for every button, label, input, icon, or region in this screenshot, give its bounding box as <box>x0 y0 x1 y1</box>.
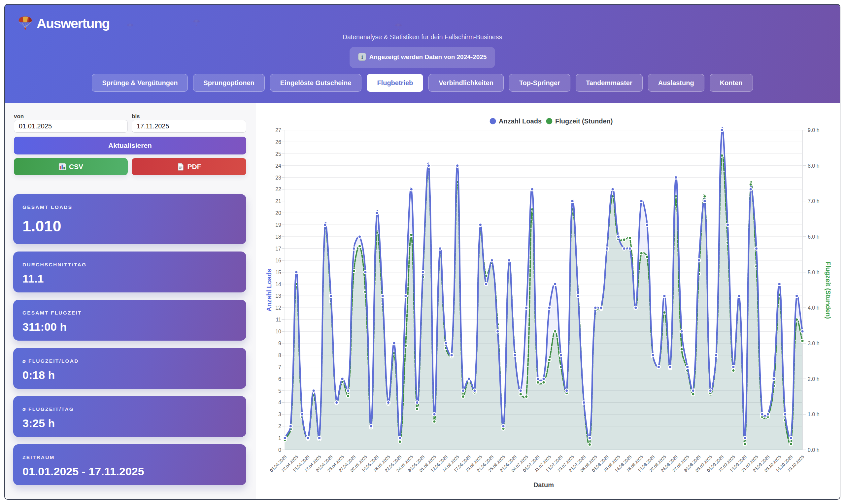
svg-text:11: 11 <box>276 317 281 322</box>
svg-text:i: i <box>361 54 363 60</box>
svg-text:1: 1 <box>278 435 281 441</box>
svg-text:22: 22 <box>275 186 281 192</box>
svg-text:2.0 h: 2.0 h <box>808 376 820 382</box>
svg-text:25: 25 <box>275 151 281 157</box>
svg-text:13: 13 <box>275 293 281 299</box>
svg-text:2: 2 <box>278 424 281 429</box>
svg-text:1.0 h: 1.0 h <box>808 412 820 417</box>
svg-text:Flugzeit (Stunden): Flugzeit (Stunden) <box>555 118 613 125</box>
svg-text:24: 24 <box>275 163 281 169</box>
svg-text:5.0 h: 5.0 h <box>808 270 820 275</box>
svg-text:7: 7 <box>278 364 281 370</box>
svg-text:6.0 h: 6.0 h <box>808 234 820 240</box>
svg-text:9: 9 <box>278 341 281 346</box>
svg-text:3.0 h: 3.0 h <box>808 341 820 346</box>
svg-text:17: 17 <box>275 246 281 252</box>
svg-text:23: 23 <box>275 175 281 181</box>
svg-text:Datum: Datum <box>534 481 554 488</box>
svg-text:7.0 h: 7.0 h <box>808 198 820 204</box>
svg-text:19: 19 <box>275 222 281 228</box>
svg-text:Flugzeit (Stunden): Flugzeit (Stunden) <box>825 262 832 319</box>
svg-text:6: 6 <box>278 376 281 382</box>
svg-text:8.0 h: 8.0 h <box>808 163 820 169</box>
svg-text:4.0 h: 4.0 h <box>808 305 820 311</box>
svg-text:0: 0 <box>278 447 281 453</box>
svg-text:12: 12 <box>275 305 281 311</box>
svg-text:16: 16 <box>275 258 281 264</box>
svg-text:Anzahl Loads: Anzahl Loads <box>265 269 273 311</box>
svg-text:9.0 h: 9.0 h <box>808 127 820 133</box>
svg-text:3: 3 <box>278 412 281 417</box>
svg-text:10: 10 <box>275 329 281 334</box>
svg-text:27: 27 <box>275 127 281 133</box>
svg-text:18: 18 <box>275 234 281 240</box>
svg-text:20: 20 <box>275 210 281 216</box>
svg-text:4: 4 <box>278 400 281 405</box>
svg-text:21: 21 <box>275 198 281 204</box>
svg-text:14: 14 <box>275 282 281 287</box>
svg-text:5: 5 <box>278 388 281 394</box>
svg-text:8: 8 <box>278 353 281 358</box>
svg-text:0.0 h: 0.0 h <box>808 447 820 453</box>
svg-text:26: 26 <box>275 139 281 145</box>
svg-text:15: 15 <box>275 270 281 275</box>
svg-text:Anzahl Loads: Anzahl Loads <box>499 118 542 125</box>
